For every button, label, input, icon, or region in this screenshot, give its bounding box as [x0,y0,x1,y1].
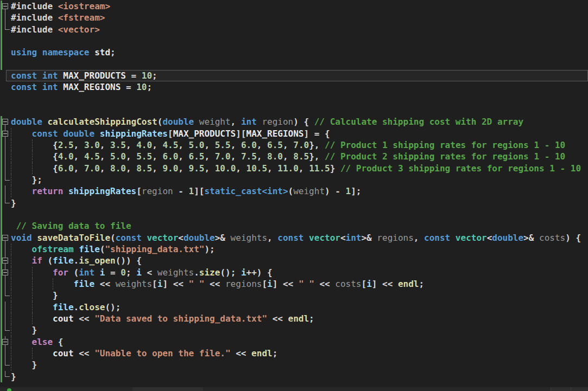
token-pun: #include [11,1,58,11]
token-var: shippingRates [68,186,136,196]
token-pun: , [414,233,424,243]
change-marker [1,151,2,162]
fold-guide [5,151,5,162]
code-text: const double shippingRates[MAX_PRODUCTS]… [11,128,330,139]
token-pun: , [257,151,267,162]
token-num: 7.0 [84,163,100,174]
token-pun: { [58,337,64,347]
saved-indicator-icon [7,388,11,391]
token-kw: double [162,117,199,127]
token-fn: is_open [79,255,115,266]
token-id: regions [377,233,413,243]
code-text: cout << "Unable to open the file." << en… [11,348,277,359]
fold-toggle-icon[interactable] [2,131,8,137]
code-line: cout << "Unable to open the file." << en… [0,348,588,359]
token-pun: << [267,313,288,324]
fold-toggle-icon[interactable] [2,3,8,9]
token-pun: , [152,140,162,150]
scrollbar-corner [571,387,588,391]
token-com: // Calculate shipping cost with 2D array [314,117,523,127]
code-text: const int MAX_PRODUCTS = 10; [11,70,157,81]
token-num: 6.0 [162,151,178,162]
token-pun: { [11,163,58,174]
code-line: } [0,371,588,382]
code-line: }; [0,174,588,185]
code-line: if (file.is_open()) { [0,255,588,266]
token-var: i [267,279,273,289]
token-num: 7.0 [293,140,309,150]
token-pun: << [74,348,95,358]
token-pun: ][ [194,186,204,196]
change-marker [1,313,2,324]
token-pun: ( [100,244,105,254]
token-com: // Product 3 shipping rates for regions … [340,163,581,174]
code-text: } [11,371,16,382]
token-id: costs [335,279,361,289]
token-pun: } [330,163,340,174]
fold-toggle-icon[interactable] [2,235,8,241]
fold-toggle-icon[interactable] [2,270,8,275]
token-pun [11,255,32,266]
token-str: "Data saved to shipping_data.txt" [94,313,267,324]
token-fn: endl [398,279,419,289]
code-text: file << weights[i] << " " << regions[i] … [11,278,424,290]
token-pun: #include [11,12,58,23]
token-pun: [ [136,186,142,196]
token-num: 7.0 [215,151,231,162]
token-kw: void [11,233,37,243]
fold-guide [5,243,5,255]
token-pun: ; [147,82,152,92]
token-pun: (); [105,302,121,312]
token-pun: ( [288,186,294,196]
code-text: } [11,324,37,336]
caret-line: const int MAX_PRODUCTS = 10; [0,70,588,81]
code-text: {4.0, 4.5, 5.0, 5.5, 6.0, 6.5, 7.0, 7.5,… [11,151,565,162]
fold-guide [5,278,5,290]
token-var: i [136,267,142,278]
token-num: 5.0 [110,151,126,162]
fold-guide [5,365,10,366]
fold-guide [5,296,10,296]
token-pun: } [11,198,16,208]
code-text: #include <iostream> [11,1,110,12]
token-kw: double [492,233,523,243]
token-pun: [ [168,129,173,139]
token-pun: ; [126,267,136,278]
token-id: region [262,117,293,127]
token-kw: static_cast<int> [204,186,288,196]
token-pun: , [152,163,162,174]
token-var: i [157,279,163,289]
token-pun: ( [110,233,116,243]
code-text: ofstream file("shipping_data.txt"); [11,243,215,255]
token-pun: , [178,151,188,162]
token-pun: { [11,151,58,162]
token-pun: ] << [162,279,188,289]
token-num: 8.5 [136,163,152,174]
token-num: 7.5 [241,151,257,162]
code-line: ofstream file("shipping_data.txt"); [0,243,588,255]
scrollbar-thumb[interactable] [132,387,203,391]
fold-toggle-icon[interactable] [2,119,8,125]
token-wht: cout [53,348,74,358]
horizontal-scrollbar[interactable] [0,387,588,391]
code-text: #include <vector> [11,24,100,35]
fold-toggle-icon[interactable] [2,258,8,264]
code-text: } [11,359,37,370]
token-pun: , [100,151,110,162]
code-text: using namespace std; [11,47,116,58]
code-text: cout << "Data saved to shipping_data.txt… [11,313,314,324]
token-id: weights [116,279,152,289]
fold-guide [5,359,5,365]
editor-window: #include <iostream>#include <fstream>#in… [0,0,588,391]
code-editor[interactable]: #include <iostream>#include <fstream>#in… [0,1,588,382]
token-pun: < [178,233,184,243]
token-var: shippingRates [100,129,168,139]
token-pun [11,337,32,347]
code-line: return shippingRates[region - 1][static_… [0,185,588,197]
fold-guide [5,12,5,23]
code-line: {4.0, 4.5, 5.0, 5.5, 6.0, 6.5, 7.0, 7.5,… [0,151,588,162]
fold-toggle-icon[interactable] [2,339,8,345]
token-fn: size [199,267,220,278]
token-fn: calculateShippingCost [47,117,157,127]
token-pun: , [74,151,84,162]
